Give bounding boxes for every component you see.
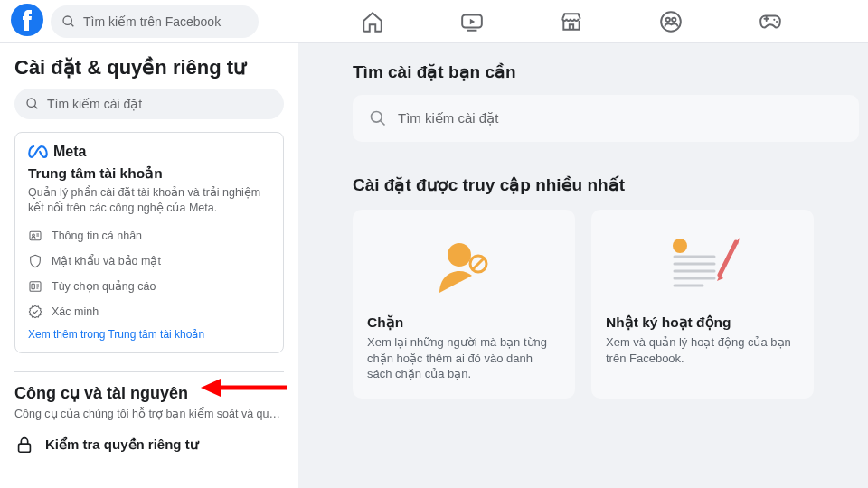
- svg-point-5: [661, 12, 681, 32]
- id-card-icon: [28, 229, 42, 243]
- video-icon[interactable]: [454, 4, 490, 40]
- svg-rect-12: [30, 231, 41, 239]
- search-icon: [61, 14, 76, 29]
- privacy-checkup-label: Kiểm tra quyền riêng tư: [45, 436, 199, 453]
- svg-line-2: [71, 23, 73, 26]
- activity-log-illustration: [606, 222, 799, 309]
- search-icon: [369, 109, 387, 127]
- sidebar-title: Cài đặt & quyền riêng tư: [14, 56, 284, 80]
- facebook-logo[interactable]: [11, 4, 43, 40]
- check-badge-icon: [28, 305, 42, 319]
- accounts-center-card[interactable]: Meta Trung tâm tài khoản Quản lý phần cà…: [14, 132, 284, 353]
- tools-heading: Công cụ và tài nguyên: [14, 383, 284, 403]
- content-search-placeholder: Tìm kiếm cài đặt: [398, 110, 498, 127]
- svg-point-22: [372, 112, 382, 123]
- topbar: Tìm kiếm trên Facebook: [0, 0, 868, 43]
- sidebar: Cài đặt & quyền riêng tư Tìm kiếm cài đặ…: [0, 43, 298, 488]
- svg-point-6: [666, 17, 670, 21]
- svg-point-8: [773, 18, 775, 20]
- top-search-placeholder: Tìm kiếm trên Facebook: [83, 14, 221, 29]
- svg-point-27: [673, 239, 687, 253]
- svg-line-11: [34, 106, 37, 108]
- item-personal-info[interactable]: Thông tin cá nhân: [28, 223, 270, 249]
- tile-activity-log[interactable]: Nhật ký hoạt động Xem và quản lý hoạt độ…: [591, 210, 814, 399]
- accounts-center-desc: Quản lý phần cài đặt tài khoản và trải n…: [28, 185, 270, 216]
- svg-point-1: [63, 16, 71, 24]
- tile-blocking-title: Chặn: [367, 314, 561, 331]
- svg-line-26: [473, 258, 484, 269]
- item-verification[interactable]: Xác minh: [28, 299, 270, 324]
- content-search-input[interactable]: Tìm kiếm cài đặt: [353, 95, 859, 142]
- tile-blocking-desc: Xem lại những người mà bạn từng chặn hoặ…: [367, 334, 561, 382]
- sidebar-search-placeholder: Tìm kiếm cài đặt: [47, 97, 142, 111]
- blocking-illustration: [367, 222, 561, 309]
- gaming-icon[interactable]: [752, 4, 788, 40]
- most-visited-heading: Cài đặt được truy cập nhiều nhất: [353, 174, 868, 195]
- svg-rect-21: [19, 444, 31, 452]
- ad-icon: [28, 279, 42, 294]
- see-more-accounts-center-link[interactable]: Xem thêm trong Trung tâm tài khoản: [28, 328, 204, 341]
- svg-point-24: [448, 243, 471, 267]
- shield-icon: [28, 254, 42, 268]
- svg-line-23: [381, 121, 385, 126]
- sidebar-search-input[interactable]: Tìm kiếm cài đặt: [14, 89, 284, 119]
- tile-blocking[interactable]: Chặn Xem lại những người mà bạn từng chặ…: [353, 210, 575, 399]
- top-search-input[interactable]: Tìm kiếm trên Facebook: [51, 5, 259, 38]
- content-area: Tìm cài đặt bạn cần Tìm kiếm cài đặt Cài…: [298, 43, 868, 488]
- svg-point-9: [776, 20, 778, 22]
- meta-brand-text: Meta: [53, 144, 86, 160]
- groups-icon[interactable]: [653, 4, 689, 40]
- svg-point-7: [672, 17, 675, 21]
- home-icon[interactable]: [354, 4, 391, 40]
- tile-activity-desc: Xem và quản lý hoạt động của bạn trên Fa…: [606, 334, 799, 366]
- meta-logo: Meta: [28, 144, 270, 160]
- svg-point-10: [27, 99, 35, 107]
- divider: [14, 371, 284, 372]
- item-password-security[interactable]: Mật khẩu và bảo mật: [28, 249, 270, 274]
- tile-activity-title: Nhật ký hoạt động: [606, 314, 799, 331]
- search-icon: [25, 97, 40, 111]
- find-settings-heading: Tìm cài đặt bạn cần: [353, 61, 868, 82]
- item-ad-preferences[interactable]: Tùy chọn quảng cáo: [28, 274, 270, 299]
- marketplace-icon[interactable]: [553, 4, 590, 40]
- accounts-center-heading: Trung tâm tài khoản: [28, 165, 270, 182]
- privacy-checkup-row[interactable]: Kiểm tra quyền riêng tư: [14, 429, 284, 460]
- lock-icon: [14, 435, 34, 455]
- svg-point-13: [33, 234, 35, 237]
- top-nav: [259, 4, 821, 40]
- tools-subheading: Công cụ của chúng tôi hỗ trợ bạn kiểm so…: [14, 407, 284, 420]
- svg-rect-17: [32, 284, 34, 288]
